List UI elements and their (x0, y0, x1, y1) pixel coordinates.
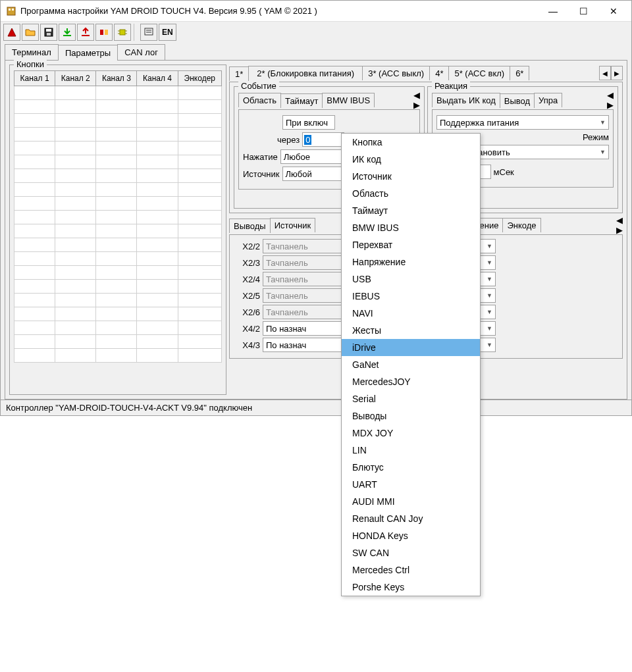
event-tab-area[interactable]: Область (238, 93, 281, 107)
statusbar: Контроллер "YAM-DROID-TOUCH-V4-ACKT V9.9… (1, 400, 631, 415)
reaction-tab-right-icon[interactable]: ▶ (607, 100, 614, 110)
menu-item[interactable]: iDrive (342, 339, 480, 356)
menu-item[interactable]: Кнопка (342, 134, 480, 151)
output-tab-right-icon[interactable]: ▶ (616, 225, 623, 235)
table-row[interactable] (14, 114, 222, 128)
power-select[interactable]: Поддержка питания▼ (436, 115, 609, 130)
output-tab-source[interactable]: Источник (270, 218, 316, 232)
main-tabs: Терминал Параметры CAN лог (1, 43, 631, 60)
table-header: Канал 2 (55, 71, 96, 86)
output-tab-outputs[interactable]: Выводы (229, 219, 271, 233)
menu-item[interactable]: Serial (342, 390, 480, 407)
menu-item[interactable]: IEBUS (342, 288, 480, 305)
tool-chip-icon[interactable] (114, 24, 131, 41)
tool-new-icon[interactable] (3, 24, 20, 41)
menu-item[interactable]: Область (342, 185, 480, 202)
menu-item[interactable]: Таймаут (342, 202, 480, 219)
reaction-tabs: Выдать ИК код Вывод Упра ◀ ▶ (432, 92, 614, 108)
menu-item[interactable]: Источник (342, 168, 480, 185)
reaction-tab-ir[interactable]: Выдать ИК код (432, 93, 500, 107)
menu-item[interactable]: MercedesJOY (342, 373, 480, 390)
table-row[interactable] (14, 211, 222, 224)
menu-item[interactable]: Выводы (342, 407, 480, 416)
table-row[interactable] (14, 155, 222, 169)
menu-item[interactable]: NAVI (342, 305, 480, 322)
reaction-tab-output[interactable]: Вывод (500, 93, 535, 108)
buttons-table: Канал 1Канал 2Канал 3Канал 4Энкодер (14, 70, 222, 363)
table-row[interactable] (14, 128, 222, 142)
profile-tab-1[interactable]: 1* (229, 66, 249, 81)
event-tab-left-icon[interactable]: ◀ (413, 90, 420, 100)
after-value: 0 (304, 135, 311, 145)
tool-download-icon[interactable] (59, 24, 76, 41)
table-row[interactable] (14, 183, 222, 197)
event-tab-right-icon[interactable]: ▶ (413, 100, 420, 110)
profile-tab-2[interactable]: 2* (Блокировка питания) (248, 66, 363, 80)
profile-tab-6[interactable]: 6* (510, 66, 529, 80)
after-input[interactable]: 0 (302, 132, 344, 147)
svg-rect-0 (7, 7, 15, 15)
output-label: X4/3 (234, 340, 260, 350)
maximize-button[interactable]: ☐ (568, 1, 598, 21)
reaction-tab-control[interactable]: Упра (534, 93, 562, 107)
table-row[interactable] (14, 86, 222, 100)
table-row[interactable] (14, 142, 222, 155)
press-label: Нажатие (243, 152, 278, 162)
menu-item[interactable]: ИК код (342, 151, 480, 168)
profile-tab-3[interactable]: 3* (АСС выкл) (362, 66, 430, 80)
svg-rect-7 (120, 30, 125, 35)
status-text: Контроллер "YAM-DROID-TOUCH-V4-ACKT V9.9… (6, 403, 252, 413)
duration-unit: мСек (494, 167, 514, 177)
svg-rect-12 (145, 28, 153, 35)
table-row[interactable] (14, 100, 222, 114)
menu-item[interactable]: USB (342, 271, 480, 288)
tool-settings-icon[interactable] (140, 24, 157, 41)
table-row[interactable] (14, 266, 222, 280)
minimize-button[interactable]: — (538, 1, 568, 21)
menu-item[interactable]: GaNet (342, 356, 480, 373)
power-value: Поддержка питания (440, 118, 519, 128)
event-tab-timeout[interactable]: Таймаут (280, 93, 323, 108)
table-row[interactable] (14, 280, 222, 294)
profile-tab-left-icon[interactable]: ◀ (599, 66, 611, 80)
buttons-fieldset: Кнопки Канал 1Канал 2Канал 3Канал 4Энкод… (9, 65, 226, 395)
table-row[interactable] (14, 321, 222, 335)
output-label: X2/4 (234, 274, 260, 284)
window-title: Программа настройки YAM DROID TOUCH V4. … (20, 6, 538, 16)
table-row[interactable] (14, 197, 222, 211)
table-row[interactable] (14, 224, 222, 238)
table-row[interactable] (14, 307, 222, 321)
svg-rect-2 (12, 9, 14, 11)
tool-save-icon[interactable] (40, 24, 57, 41)
menu-item[interactable]: Жесты (342, 322, 480, 339)
on-power-select[interactable]: При включ (282, 115, 335, 130)
tab-content: Кнопки Канал 1Канал 2Канал 3Канал 4Энкод… (5, 60, 627, 400)
table-row[interactable] (14, 169, 222, 183)
tool-open-icon[interactable] (22, 24, 39, 41)
table-row[interactable] (14, 335, 222, 349)
table-row[interactable] (14, 349, 222, 363)
close-button[interactable]: ✕ (598, 1, 629, 21)
menu-item[interactable]: Напряжение (342, 253, 480, 271)
output-tab-encoder[interactable]: Энкоде (502, 218, 540, 232)
menu-item[interactable]: Перехват (342, 236, 480, 253)
reaction-tab-left-icon[interactable]: ◀ (607, 90, 614, 100)
menu-item[interactable]: BMW IBUS (342, 219, 480, 236)
event-tab-bmwibus[interactable]: BMW IBUS (322, 93, 375, 107)
table-row[interactable] (14, 294, 222, 307)
tab-canlog[interactable]: CAN лог (117, 44, 165, 60)
event-tabs: Область Таймаут BMW IBUS ◀ ▶ (238, 92, 420, 108)
table-header: Канал 3 (96, 71, 137, 86)
profile-tab-4[interactable]: 4* (429, 66, 449, 80)
tool-language-button[interactable]: EN (159, 24, 176, 41)
output-tab-left-icon[interactable]: ◀ (616, 215, 623, 225)
tool-upload-icon[interactable] (77, 24, 94, 41)
tab-parameters[interactable]: Параметры (58, 45, 118, 61)
profile-tab-5[interactable]: 5* (АСС вкл) (448, 66, 510, 80)
profile-tab-right-icon[interactable]: ▶ (611, 66, 623, 80)
context-menu[interactable]: КнопкаИК кодИсточникОбластьТаймаутBMW IB… (341, 133, 481, 416)
tab-terminal[interactable]: Терминал (5, 44, 59, 60)
table-row[interactable] (14, 238, 222, 252)
tool-compare-icon[interactable] (95, 24, 113, 41)
table-row[interactable] (14, 252, 222, 266)
